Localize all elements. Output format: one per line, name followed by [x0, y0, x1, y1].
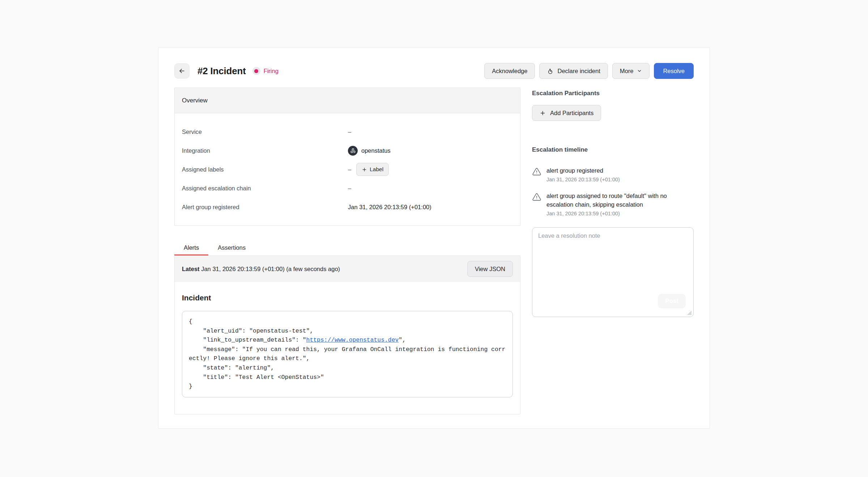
latest-alert-time: Latest Jan 31, 2026 20:13:59 (+01:00) (a…	[182, 266, 340, 273]
overview-row-service: Service –	[175, 122, 520, 141]
timeline-item-time: Jan 31, 2026 20:13:59 (+01:00)	[546, 211, 694, 216]
acknowledge-button[interactable]: Acknowledge	[484, 63, 535, 79]
alert-payload-json: { "alert_uid": "openstatus-test", "link_…	[182, 311, 513, 397]
escalation-participants-title: Escalation Participants	[532, 90, 694, 97]
escalation-sidebar: Escalation Participants Add Participants…	[532, 88, 694, 317]
back-button[interactable]	[174, 63, 190, 79]
page: { "header": { "title": "#2 Incident", "s…	[0, 0, 868, 477]
overview-row-escalation-chain: Assigned escalation chain –	[175, 179, 520, 198]
resolution-note-area: Post	[532, 227, 694, 317]
timeline-item: alert group assigned to route "default" …	[532, 192, 694, 216]
declare-incident-button[interactable]: Declare incident	[539, 63, 608, 79]
resize-handle[interactable]	[686, 310, 692, 315]
status-badge: Firing	[252, 67, 278, 75]
overview-row-alert-registered: Alert group registered Jan 31, 2026 20:1…	[175, 198, 520, 216]
incident-card: #2 Incident Firing Acknowledge Declare i…	[158, 47, 710, 429]
timeline-item: alert group registered Jan 31, 2026 20:1…	[532, 166, 694, 182]
plus-icon	[540, 110, 546, 116]
integration-name: openstatus	[361, 147, 391, 154]
incident-section-title: Incident	[182, 294, 513, 302]
escalation-timeline-title: Escalation timeline	[532, 146, 694, 153]
flame-icon	[547, 68, 554, 75]
alert-triangle-icon	[532, 193, 541, 216]
webhook-icon	[348, 146, 358, 156]
timeline-item-time: Jan 31, 2026 20:13:59 (+01:00)	[546, 177, 620, 182]
plus-icon	[362, 167, 367, 172]
resolve-button[interactable]: Resolve	[654, 63, 694, 79]
add-participants-button[interactable]: Add Participants	[532, 105, 601, 121]
overview-panel-title: Overview	[175, 88, 520, 113]
tab-assertions[interactable]: Assertions	[208, 241, 255, 256]
upstream-details-link[interactable]: https://www.openstatus.dev	[306, 337, 399, 343]
alert-triangle-icon	[532, 167, 541, 182]
page-title: #2 Incident	[197, 66, 246, 77]
header-actions: Acknowledge Declare incident More Resolv…	[484, 63, 694, 79]
alert-tabs: Alerts Assertions	[174, 241, 520, 256]
incident-header: #2 Incident Firing Acknowledge Declare i…	[174, 63, 694, 79]
add-label-button[interactable]: Label	[356, 163, 389, 176]
overview-row-integration: Integration openstatus	[175, 141, 520, 160]
main-column: Overview Service – Integration openstatu…	[174, 88, 520, 414]
more-button[interactable]: More	[612, 63, 650, 79]
chevron-down-icon	[637, 68, 642, 73]
overview-row-assigned-labels: Assigned labels – Label	[175, 160, 520, 179]
alerts-panel: Latest Jan 31, 2026 20:13:59 (+01:00) (a…	[174, 256, 520, 414]
arrow-left-icon	[178, 67, 186, 75]
overview-panel: Overview Service – Integration openstatu…	[174, 88, 520, 226]
status-label: Firing	[264, 68, 278, 75]
firing-dot-icon	[252, 67, 260, 75]
post-note-button[interactable]: Post	[658, 294, 686, 308]
tab-alerts[interactable]: Alerts	[174, 241, 208, 256]
latest-alert-bar: Latest Jan 31, 2026 20:13:59 (+01:00) (a…	[175, 256, 520, 282]
view-json-button[interactable]: View JSON	[467, 261, 513, 277]
timeline-item-text: alert group registered	[546, 166, 620, 175]
timeline-item-text: alert group assigned to route "default" …	[546, 192, 694, 209]
